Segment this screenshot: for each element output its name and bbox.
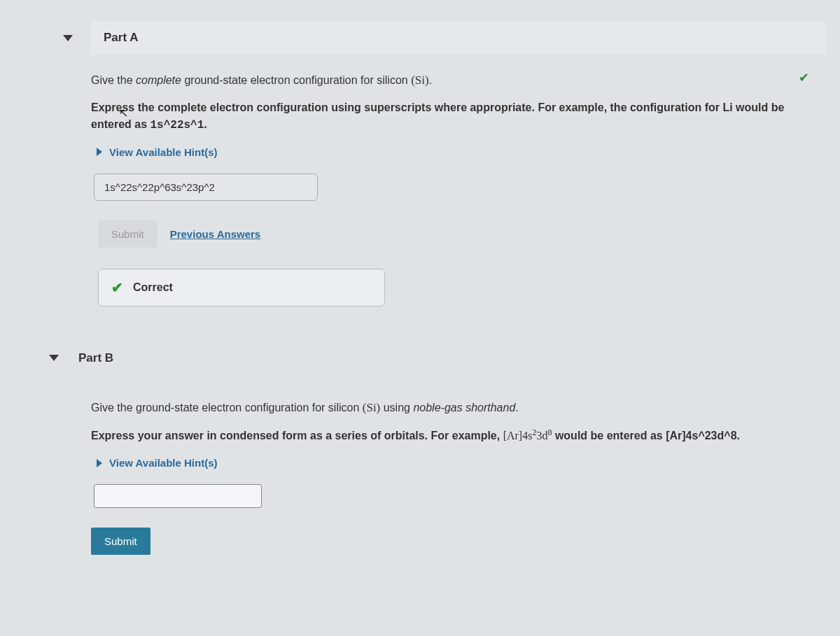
- part-b-body: Give the ground-state electron configura…: [91, 399, 805, 556]
- caret-right-icon: [97, 148, 102, 156]
- part-b-submit-button[interactable]: Submit: [91, 528, 150, 555]
- correct-label: Correct: [133, 281, 173, 294]
- part-b-title: Part B: [77, 341, 115, 375]
- part-a-title: Part A: [91, 21, 826, 55]
- correct-feedback: ✔ Correct: [98, 269, 385, 306]
- part-a-collapse-toggle[interactable]: [63, 35, 91, 41]
- hints-label: View Available Hint(s): [109, 457, 218, 469]
- caret-down-icon: [63, 35, 73, 41]
- checkmark-icon: ✔: [799, 70, 809, 85]
- part-b-hints-toggle[interactable]: View Available Hint(s): [97, 457, 805, 469]
- part-b-instruction: Express your answer in condensed form as…: [91, 426, 805, 444]
- part-a-section: Part A ✔ Give the complete ground-state …: [21, 21, 826, 306]
- hints-label: View Available Hint(s): [109, 146, 218, 158]
- caret-right-icon: [97, 459, 102, 467]
- part-b-collapse-toggle[interactable]: [49, 355, 77, 361]
- part-b-question: Give the ground-state electron configura…: [91, 399, 805, 417]
- part-a-hints-toggle[interactable]: View Available Hint(s): [97, 146, 805, 158]
- checkmark-icon: ✔: [111, 279, 123, 296]
- part-a-submit-button: Submit: [98, 220, 158, 248]
- part-b-answer-input[interactable]: [94, 484, 262, 508]
- part-b-section: Part B Give the ground-state electron co…: [21, 341, 826, 556]
- part-a-question: Give the complete ground-state electron …: [91, 71, 805, 90]
- part-a-answer-display: 1s^22s^22p^63s^23p^2: [94, 174, 318, 201]
- previous-answers-link[interactable]: Previous Answers: [170, 228, 261, 240]
- part-a-instruction: Express the complete electron configurat…: [91, 99, 805, 134]
- caret-down-icon: [49, 355, 59, 361]
- part-a-body: Give the complete ground-state electron …: [91, 71, 805, 306]
